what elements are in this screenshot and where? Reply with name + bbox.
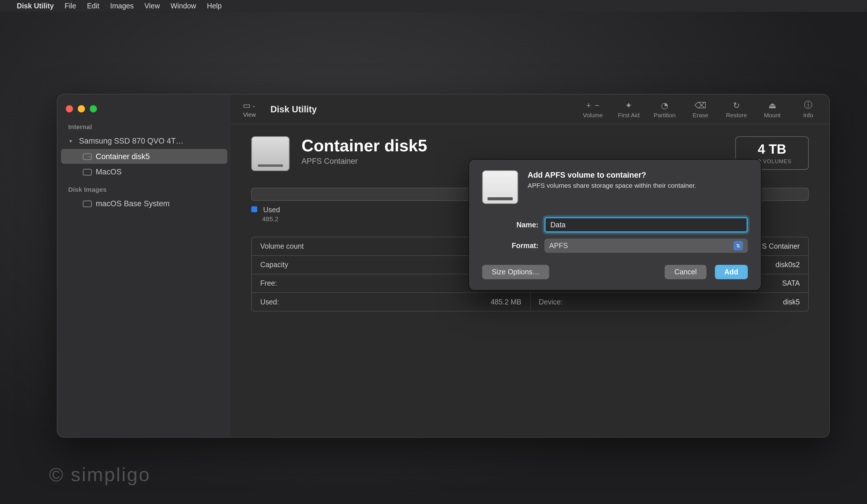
view-toggle[interactable]: ▭⌄ View xyxy=(239,99,259,119)
container-title: Container disk5 xyxy=(301,136,427,155)
menu-file[interactable]: File xyxy=(65,2,76,10)
sidebar: Internal ▾ Samsung SSD 870 QVO 4T… Conta… xyxy=(57,95,231,437)
name-label: Name: xyxy=(482,221,538,229)
info-value: SATA xyxy=(782,279,800,288)
info-label: Device: xyxy=(539,298,563,306)
view-label: View xyxy=(243,111,256,118)
info-label: Capacity xyxy=(260,261,288,269)
chevron-down-icon: ▾ xyxy=(69,138,75,144)
toolbar-label: Info xyxy=(803,111,813,118)
toolbar-label: Partition xyxy=(654,111,676,118)
menu-help[interactable]: Help xyxy=(207,2,222,10)
sidebar-item-label: Samsung SSD 870 QVO 4T… xyxy=(79,136,183,145)
toolbar-mount[interactable]: ⏏ Mount xyxy=(760,100,785,118)
menu-images[interactable]: Images xyxy=(110,2,133,10)
toolbar-first-aid[interactable]: ✦ First Aid xyxy=(616,100,641,118)
main-content: ▭⌄ View Disk Utility +− Volume ✦ First A… xyxy=(231,95,829,437)
legend-used-label: Used xyxy=(263,206,280,214)
size-options-button[interactable]: Size Options… xyxy=(482,265,549,279)
drive-icon xyxy=(482,171,518,204)
add-volume-dialog: Add APFS volume to container? APFS volum… xyxy=(469,159,761,291)
menu-view[interactable]: View xyxy=(144,2,160,10)
window-title: Disk Utility xyxy=(270,104,317,114)
format-label: Format: xyxy=(482,241,538,250)
titlebar: ▭⌄ View Disk Utility +− Volume ✦ First A… xyxy=(231,95,829,124)
info-label: Volume count xyxy=(260,242,304,250)
restore-icon: ↻ xyxy=(733,100,740,110)
drive-icon xyxy=(83,200,92,207)
close-button[interactable] xyxy=(66,105,73,112)
minimize-button[interactable] xyxy=(78,105,85,112)
toolbar-label: Restore xyxy=(726,111,747,118)
chevron-down-icon: ⌄ xyxy=(252,102,256,108)
toolbar-label: Erase xyxy=(693,111,708,118)
stethoscope-icon: ✦ xyxy=(625,100,632,110)
add-button[interactable]: Add xyxy=(715,265,748,279)
sidebar-item-disk-image[interactable]: macOS Base System xyxy=(61,196,227,211)
sidebar-item-macos[interactable]: MacOS xyxy=(61,164,227,179)
toolbar-restore[interactable]: ↻ Restore xyxy=(724,100,749,118)
section-disk-images: Disk Images xyxy=(57,180,231,196)
dialog-subtitle: APFS volumes share storage space within … xyxy=(528,182,696,189)
dialog-title: Add APFS volume to container? xyxy=(528,171,696,179)
erase-icon: ⌫ xyxy=(695,100,706,110)
toolbar-label: First Aid xyxy=(618,111,640,118)
container-subtitle: APFS Container xyxy=(301,156,427,165)
sidebar-item-label: MacOS xyxy=(96,167,122,176)
desktop: Internal ▾ Samsung SSD 870 QVO 4T… Conta… xyxy=(0,12,867,504)
svg-point-1 xyxy=(89,156,90,157)
menu-edit[interactable]: Edit xyxy=(87,2,99,10)
app-menu[interactable]: Disk Utility xyxy=(17,2,54,10)
info-label: Used: xyxy=(260,298,279,306)
info-value: 485.2 MB xyxy=(491,298,521,306)
info-value: disk5 xyxy=(783,298,800,306)
menubar: Disk Utility File Edit Images View Windo… xyxy=(0,0,867,12)
sidebar-item-container[interactable]: Container disk5 xyxy=(61,149,227,164)
toolbar-info[interactable]: ⓘ Info xyxy=(796,100,821,118)
watermark: © simpligo xyxy=(49,464,151,486)
eject-icon: ⏏ xyxy=(769,100,776,110)
updown-icon: ⇅ xyxy=(734,241,743,250)
toolbar-erase[interactable]: ⌫ Erase xyxy=(688,100,713,118)
format-value: APFS xyxy=(549,241,568,250)
drive-icon xyxy=(83,153,92,160)
plus-icon: + xyxy=(586,100,591,110)
svg-rect-3 xyxy=(83,200,92,207)
toolbar: +− Volume ✦ First Aid ◔ Partition ⌫ Eras… xyxy=(580,100,821,118)
section-internal: Internal xyxy=(57,117,231,133)
disk-utility-window: Internal ▾ Samsung SSD 870 QVO 4T… Conta… xyxy=(57,94,830,438)
sidebar-item-label: Container disk5 xyxy=(96,152,150,161)
info-icon: ⓘ xyxy=(804,100,812,110)
toolbar-label: Mount xyxy=(764,111,781,118)
traffic-lights xyxy=(57,100,231,117)
maximize-button[interactable] xyxy=(90,105,97,112)
svg-rect-2 xyxy=(83,169,92,175)
sidebar-icon: ▭ xyxy=(243,100,250,110)
minus-icon: − xyxy=(595,100,600,110)
cancel-button[interactable]: Cancel xyxy=(665,265,706,279)
swatch-used xyxy=(251,206,257,212)
toolbar-partition[interactable]: ◔ Partition xyxy=(652,100,677,118)
sidebar-item-label: macOS Base System xyxy=(96,199,170,208)
format-select[interactable]: APFS ⇅ xyxy=(545,239,748,253)
pie-icon: ◔ xyxy=(661,100,668,110)
sidebar-item-drive[interactable]: ▾ Samsung SSD 870 QVO 4T… xyxy=(61,133,227,149)
info-value: disk0s2 xyxy=(775,261,800,269)
info-label: Free: xyxy=(260,279,277,288)
toolbar-volume[interactable]: +− Volume xyxy=(580,100,606,118)
name-input[interactable] xyxy=(545,217,748,232)
drive-icon xyxy=(83,168,92,176)
toolbar-label: Volume xyxy=(583,111,603,118)
drive-icon xyxy=(251,136,289,171)
size-value: 4 TB xyxy=(752,142,792,157)
menu-window[interactable]: Window xyxy=(171,2,196,10)
